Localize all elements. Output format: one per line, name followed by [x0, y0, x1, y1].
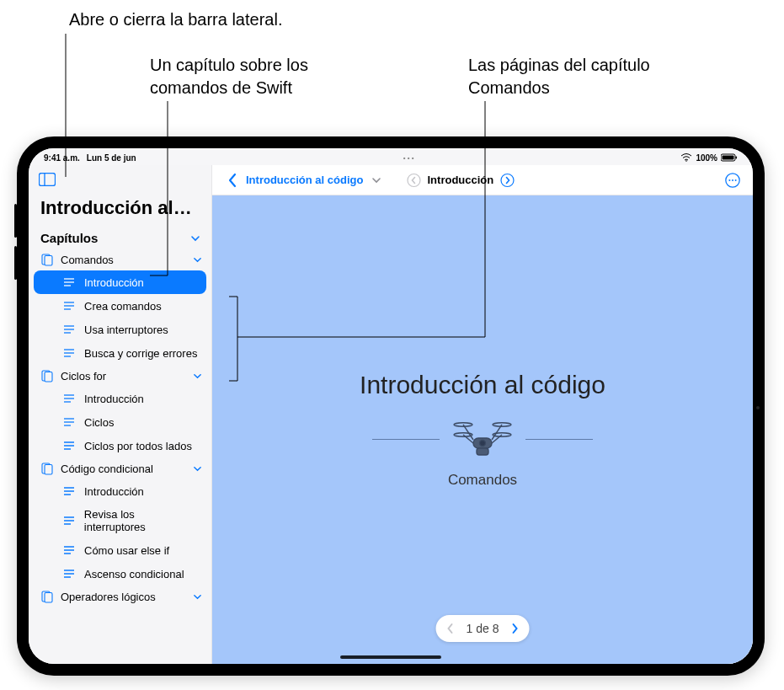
home-indicator[interactable] [340, 655, 441, 659]
chapter-label: Código condicional [61, 463, 184, 475]
more-button[interactable] [724, 172, 741, 189]
svg-line-58 [492, 425, 502, 440]
status-date: Lun 5 de jun [87, 153, 136, 163]
callout-sidebar-toggle: Abre o cierra la barra lateral. [69, 8, 282, 31]
page-label: Introducción [84, 485, 144, 498]
page-row[interactable]: Introducción [34, 479, 206, 503]
svg-point-62 [480, 441, 486, 447]
chevron-down-icon [191, 591, 203, 602]
page-lines-icon [62, 567, 76, 580]
page-lines-icon [62, 323, 76, 336]
battery-icon [721, 153, 738, 162]
page-label: Cómo usar else if [84, 544, 169, 557]
sidebar-title: Introducción al… [29, 192, 211, 227]
chevron-down-icon [189, 233, 201, 244]
page-row[interactable]: Cómo usar else if [34, 538, 206, 562]
page-lines-icon [62, 439, 76, 452]
svg-line-57 [463, 425, 473, 440]
page-row[interactable]: Revisa los interruptores [34, 503, 206, 538]
callout-pages-comandos: Las páginas del capítulo Comandos [468, 54, 687, 99]
ipad-frame: 9:41 a.m. Lun 5 de jun • • • 100% [17, 136, 765, 676]
page-label: Introducción [84, 393, 144, 405]
drone-icon [451, 418, 514, 460]
svg-point-50 [728, 179, 730, 181]
svg-rect-4 [40, 174, 56, 186]
page-row[interactable]: Busca y corrige errores [34, 341, 206, 365]
sidebar-list[interactable]: Capítulos Comandos [29, 227, 211, 664]
pager-label: 1 de 8 [467, 622, 499, 635]
page-row[interactable]: Ciclos [34, 410, 206, 434]
book-icon [40, 253, 54, 266]
page-label: Revisa los interruptores [84, 508, 198, 533]
screen: 9:41 a.m. Lun 5 de jun • • • 100% [29, 148, 753, 664]
page-lines-icon [62, 346, 76, 360]
page-label: Busca y corrige errores [84, 347, 197, 360]
page-row-introduccion[interactable]: Introducción [34, 270, 206, 294]
page-lines-icon [62, 514, 76, 527]
divider [525, 439, 593, 440]
svg-point-47 [408, 174, 420, 186]
canvas-subtitle: Comandos [448, 472, 517, 489]
lesson-canvas: Introducción al código [212, 195, 753, 664]
svg-rect-32 [45, 464, 52, 474]
next-page-button[interactable] [499, 172, 515, 189]
page-lines-icon [62, 299, 76, 313]
chapter-row-comandos[interactable]: Comandos [29, 249, 211, 270]
page-label: Ascenso condicional [84, 568, 184, 580]
page-row[interactable]: Crea comandos [34, 294, 206, 318]
sidebar-section-label: Capítulos [40, 231, 98, 245]
content-panel: Introducción al código Introducción [212, 165, 753, 664]
wifi-icon [680, 153, 692, 162]
battery-percent: 100% [696, 153, 717, 163]
content-toolbar: Introducción al código Introducción [212, 165, 753, 195]
svg-rect-2 [722, 156, 733, 160]
svg-rect-7 [45, 255, 52, 265]
chevron-down-icon[interactable] [368, 172, 385, 189]
page-row[interactable]: Ciclos por todos lados [34, 434, 206, 457]
chapter-label: Operadores lógicos [61, 591, 184, 603]
prev-page-button[interactable] [405, 172, 422, 189]
pager-next-button[interactable] [507, 621, 522, 636]
sidebar-section-capitulos[interactable]: Capítulos [29, 227, 211, 249]
book-icon [40, 462, 54, 475]
page-lines-icon [62, 275, 76, 289]
chapter-row-codigo-condicional[interactable]: Código condicional [29, 457, 211, 479]
divider [372, 439, 440, 440]
sidebar-toggle-button[interactable] [37, 170, 57, 189]
svg-point-52 [735, 179, 737, 181]
book-icon [40, 369, 54, 382]
callout-swift-chapter: Un capítulo sobre los comandos de Swift [150, 54, 369, 99]
page-lines-icon [62, 484, 76, 498]
chapter-label: Comandos [61, 254, 184, 266]
chapter-row-operadores-logicos[interactable]: Operadores lógicos [29, 586, 211, 607]
toolbar-project-title[interactable]: Introducción al código [246, 174, 363, 186]
svg-point-51 [732, 179, 733, 181]
status-time: 9:41 a.m. [44, 153, 80, 163]
page-lines-icon [62, 543, 76, 557]
page-row[interactable]: Introducción [34, 387, 206, 410]
status-bar: 9:41 a.m. Lun 5 de jun • • • 100% [29, 148, 753, 165]
svg-rect-3 [735, 157, 737, 159]
canvas-title: Introducción al código [360, 371, 605, 399]
svg-point-0 [686, 160, 688, 162]
chapter-row-ciclos-for[interactable]: Ciclos for [29, 365, 211, 387]
svg-point-48 [501, 174, 514, 186]
page-label: Ciclos por todos lados [84, 440, 192, 452]
page-stepper: 1 de 8 [436, 615, 530, 642]
book-icon [40, 590, 54, 603]
page-label: Ciclos [84, 416, 114, 429]
chevron-down-icon [191, 254, 203, 265]
page-lines-icon [62, 392, 76, 405]
svg-rect-63 [477, 448, 488, 455]
chevron-down-icon [191, 370, 203, 382]
svg-rect-21 [45, 372, 52, 382]
svg-rect-46 [45, 592, 52, 602]
sidebar: Introducción al… Capítulos Comandos [29, 165, 212, 664]
pager-prev-button[interactable] [443, 621, 458, 636]
page-row[interactable]: Usa interruptores [34, 318, 206, 341]
toolbar-page-title[interactable]: Introducción [427, 174, 493, 186]
chevron-down-icon [191, 463, 203, 474]
page-lines-icon [62, 415, 76, 429]
page-row[interactable]: Ascenso condicional [34, 562, 206, 586]
back-button[interactable] [224, 172, 241, 189]
